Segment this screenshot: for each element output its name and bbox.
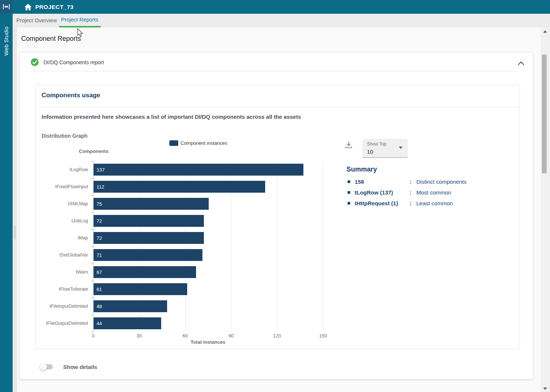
x-tick-label: 150 <box>316 333 331 339</box>
bar-value-label: 72 <box>94 235 102 241</box>
bar-tJobLog[interactable]: 72 <box>94 215 204 227</box>
app-window: Web Studio PROJECT_73 Project Overview P… <box>0 0 550 392</box>
gridline <box>323 161 323 332</box>
tab-project-overview[interactable]: Project Overview <box>16 14 57 27</box>
vertical-scrollbar[interactable] <box>541 27 550 392</box>
resizer-handle-icon <box>13 226 16 239</box>
bar-value-label: 137 <box>94 167 105 173</box>
page-title: Component Reports <box>21 35 81 43</box>
show-details-label: Show details <box>63 364 97 370</box>
y-tick-mark <box>91 246 93 247</box>
y-tick-mark <box>91 161 93 161</box>
y-axis-title: Components <box>60 148 108 154</box>
bar-value-label: 71 <box>94 252 102 258</box>
project-title: PROJECT_73 <box>35 4 74 10</box>
summary-description: Least common <box>416 200 453 206</box>
summary-colon: : <box>410 189 416 196</box>
category-label: tXMLMap <box>45 195 91 212</box>
summary-item: tLogRow (137):Most common <box>346 189 495 196</box>
bar-value-label: 112 <box>94 184 104 190</box>
divider <box>30 71 517 71</box>
report-accordion: DI/DQ Components report Components usage… <box>20 53 533 379</box>
bar-tFileInputDelimited[interactable]: 48 <box>94 300 167 312</box>
category-label: tFixedFlowInput <box>45 178 91 195</box>
bar-value-label: 75 <box>94 201 102 207</box>
card-description: Information presented here showcases a l… <box>42 114 301 120</box>
y-tick-mark <box>91 332 93 332</box>
category-label: tJobLog <box>45 212 91 229</box>
summary-item: 158:Distinct components <box>346 179 495 185</box>
bar-value-label: 61 <box>94 287 102 292</box>
x-tick-label: 60 <box>178 333 193 339</box>
panel-resizer[interactable] <box>13 27 17 392</box>
bar-value-label: 72 <box>94 218 102 224</box>
sidebar-collapse-button[interactable] <box>0 0 13 13</box>
legend-swatch <box>169 140 178 146</box>
dropdown-arrow-icon <box>399 147 403 149</box>
show-details-row: Show details <box>40 363 97 370</box>
bar-tSetGlobalVar[interactable]: 71 <box>94 249 202 261</box>
y-tick-mark <box>91 264 93 264</box>
download-icon[interactable] <box>345 141 353 149</box>
summary-list: 158:Distinct componentstLogRow (137):Mos… <box>346 179 495 206</box>
bar-tFlowToIterate[interactable]: 61 <box>94 283 187 295</box>
tab-project-reports[interactable]: Project Reports <box>59 14 101 27</box>
category-label: tMap <box>45 229 91 246</box>
scroll-up-arrow-icon[interactable] <box>543 30 547 33</box>
sidebar-app-label: Web Studio <box>0 22 13 56</box>
show-top-label: Show Top <box>367 141 386 147</box>
category-label: tLogRow <box>45 161 91 178</box>
bullet-icon <box>348 202 350 205</box>
accordion-title: DI/DQ Components report <box>43 59 104 65</box>
summary-term: 158 <box>355 179 410 185</box>
card-title: Components usage <box>42 92 100 99</box>
bar-tFixedFlowInput[interactable]: 112 <box>94 181 265 193</box>
summary-panel: Summary 158:Distinct componentstLogRow (… <box>346 166 495 211</box>
summary-title: Summary <box>346 166 495 173</box>
category-axis-labels: tLogRowtFixedFlowInputtXMLMaptJobLogtMap… <box>45 161 91 332</box>
bar-tFileOutputDelimited[interactable]: 44 <box>94 317 161 329</box>
summary-term: tHttpRequest (1) <box>355 200 410 206</box>
tab-bar: Project Overview Project Reports <box>13 14 550 27</box>
summary-colon: : <box>410 179 416 185</box>
summary-description: Distinct components <box>416 179 466 185</box>
bar-tMap[interactable]: 72 <box>94 232 204 244</box>
toggle-knob <box>40 363 47 370</box>
y-tick-mark <box>91 281 93 281</box>
category-label: tFileOutputDelimited <box>45 315 91 332</box>
gridline <box>277 161 277 332</box>
bar-value-label: 67 <box>94 270 102 275</box>
left-sidebar: Web Studio <box>0 0 13 392</box>
chevron-up-icon[interactable] <box>518 61 524 65</box>
scroll-down-arrow-icon[interactable] <box>543 388 547 390</box>
y-tick-mark <box>91 298 93 298</box>
summary-description: Most common <box>416 189 451 196</box>
bullet-icon <box>348 180 350 183</box>
home-icon <box>24 3 32 11</box>
show-top-select[interactable]: Show Top 10 <box>362 139 408 158</box>
bar-tWarn[interactable]: 67 <box>94 266 196 278</box>
x-tick-label: 0 <box>86 333 101 339</box>
bar-chart-plot: 1371127572727167614844 <box>93 161 323 332</box>
components-usage-card: Components usage Information presented h… <box>35 84 520 349</box>
bar-value-label: 44 <box>94 321 102 326</box>
expand-horizontal-icon <box>3 4 10 10</box>
summary-term: tLogRow (137) <box>355 189 410 196</box>
category-label: tSetGlobalVar <box>45 246 91 264</box>
bar-value-label: 48 <box>94 304 102 309</box>
success-check-icon <box>30 58 39 66</box>
scrollbar-thumb[interactable] <box>542 55 547 173</box>
bar-tXMLMap[interactable]: 75 <box>94 198 209 210</box>
summary-item: tHttpRequest (1):Least common <box>346 200 495 206</box>
bar-tLogRow[interactable]: 137 <box>94 164 303 176</box>
show-top-value: 10 <box>367 148 373 155</box>
home-button[interactable] <box>24 3 32 11</box>
show-details-toggle[interactable] <box>40 363 53 370</box>
category-label: tWarn <box>45 264 91 281</box>
x-tick-label: 30 <box>132 333 147 339</box>
y-tick-mark <box>91 195 93 196</box>
y-tick-mark <box>91 229 93 230</box>
distribution-graph-label: Distribution Graph <box>42 133 88 139</box>
category-label: tFileInputDelimited <box>45 298 91 315</box>
divider <box>36 107 520 107</box>
